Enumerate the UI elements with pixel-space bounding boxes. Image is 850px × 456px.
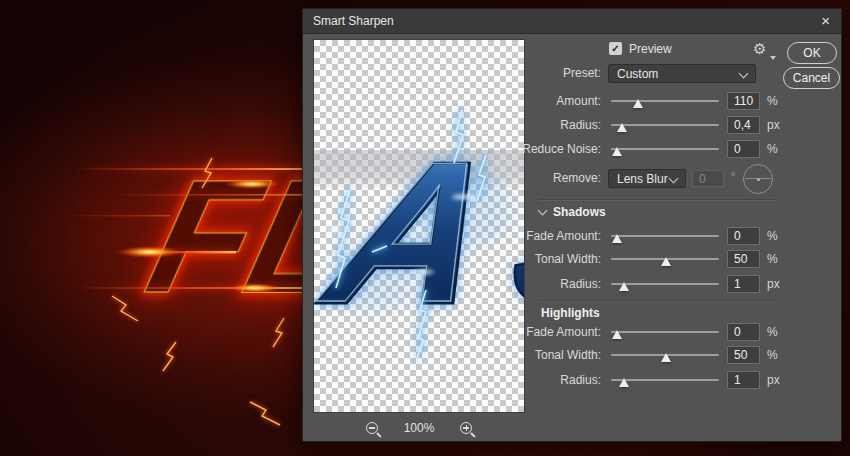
highlights-fade-amount-unit: % xyxy=(767,324,778,340)
shadows-tonal-width-value-field[interactable]: 50 xyxy=(727,250,760,268)
shadows-tonal-width-label: Tonal Width: xyxy=(303,250,601,268)
shadows-fade-amount-row: Fade Amount:0% xyxy=(303,227,841,245)
highlights-tonal-width-row: Tonal Width:50% xyxy=(303,346,841,364)
shadows-radius-unit: px xyxy=(767,276,780,292)
highlights-fade-amount-row: Fade Amount:0% xyxy=(303,323,841,341)
shadows-radius-value-field[interactable]: 1 xyxy=(727,275,760,293)
remove-value: Lens Blur xyxy=(617,172,668,186)
degree-symbol: ° xyxy=(731,170,735,182)
section-divider xyxy=(539,300,777,301)
shadows-tonal-width-row: Tonal Width:50% xyxy=(303,250,841,268)
remove-row: Remove: Lens Blur 0 ° xyxy=(303,168,841,190)
checkmark-icon: ✓ xyxy=(611,43,619,54)
highlights-tonal-width-unit: % xyxy=(767,347,778,363)
highlights-radius-label: Radius: xyxy=(303,371,601,389)
highlights-radius-slider-thumb[interactable] xyxy=(619,378,629,387)
highlights-radius-unit: px xyxy=(767,372,780,388)
reduce-noise-unit: % xyxy=(767,141,778,157)
reduce-noise-row: Reduce Noise:0% xyxy=(303,140,841,158)
radius-slider-thumb[interactable] xyxy=(617,123,627,132)
preset-row: Preset: Custom xyxy=(303,64,841,83)
angle-dial[interactable] xyxy=(743,164,773,194)
ok-button[interactable]: OK xyxy=(787,42,837,64)
reduce-noise-slider-thumb[interactable] xyxy=(612,147,622,156)
flare-hotspot xyxy=(229,283,281,293)
shadows-section-title: Shadows xyxy=(553,204,606,220)
highlights-radius-value-field[interactable]: 1 xyxy=(727,371,760,389)
highlights-section-title: Highlights xyxy=(541,305,600,321)
amount-unit: % xyxy=(767,93,778,109)
preset-dropdown[interactable]: Custom xyxy=(608,64,756,83)
shadows-fade-amount-unit: % xyxy=(767,228,778,244)
highlights-tonal-width-label: Tonal Width: xyxy=(303,346,601,364)
preset-value: Custom xyxy=(617,67,658,81)
highlights-section-header[interactable]: Highlights xyxy=(303,305,841,321)
shadows-fade-amount-slider-thumb[interactable] xyxy=(612,234,622,243)
preview-checkbox[interactable]: ✓ xyxy=(609,42,622,55)
shadows-fade-amount-value-field[interactable]: 0 xyxy=(727,227,760,245)
shadows-section-header[interactable]: Shadows xyxy=(303,204,841,220)
shadows-tonal-width-unit: % xyxy=(767,251,778,267)
highlights-fade-amount-slider-thumb[interactable] xyxy=(612,330,622,339)
radius-unit: px xyxy=(767,117,780,133)
gear-icon[interactable]: ⚙ xyxy=(753,40,766,58)
shadows-radius-slider-thumb[interactable] xyxy=(619,282,629,291)
gear-menu-caret-icon xyxy=(770,56,776,60)
highlights-tonal-width-value-field[interactable]: 50 xyxy=(727,346,760,364)
amount-slider-thumb[interactable] xyxy=(633,99,643,108)
amount-row: Amount:110% xyxy=(303,92,841,110)
flare-hotspot xyxy=(118,246,182,258)
shadows-fade-amount-label: Fade Amount: xyxy=(303,227,601,245)
dialog-controls: ✓ Preview ⚙ OK Cancel Preset: Custom Rem… xyxy=(303,9,841,441)
section-divider xyxy=(539,199,777,200)
highlights-tonal-width-slider-thumb[interactable] xyxy=(661,353,671,362)
smart-sharpen-dialog: Smart Sharpen × xyxy=(302,8,842,442)
remove-label: Remove: xyxy=(303,168,601,189)
reduce-noise-slider-track[interactable] xyxy=(611,148,719,150)
angle-field-disabled: 0 xyxy=(692,170,724,187)
photoshop-canvas: FLA FLA Smart Sharpen × xyxy=(0,0,850,456)
shadows-radius-label: Radius: xyxy=(303,275,601,293)
shadows-radius-row: Radius:1px xyxy=(303,275,841,293)
chevron-down-icon xyxy=(739,69,749,79)
shadows-tonal-width-slider-thumb[interactable] xyxy=(661,257,671,266)
amount-slider-track[interactable] xyxy=(611,100,719,102)
flare-hotspot xyxy=(224,179,280,189)
preset-label: Preset: xyxy=(303,64,601,83)
reduce-noise-value-field[interactable]: 0 xyxy=(727,140,760,158)
shadows-fade-amount-slider-track[interactable] xyxy=(611,235,719,237)
radius-label: Radius: xyxy=(303,116,601,134)
reduce-noise-label: Reduce Noise: xyxy=(303,140,601,158)
amount-label: Amount: xyxy=(303,92,601,110)
preview-checkbox-label: Preview xyxy=(629,42,672,56)
radius-value-field[interactable]: 0,4 xyxy=(727,116,760,134)
highlights-fade-amount-label: Fade Amount: xyxy=(303,323,601,341)
chevron-down-icon xyxy=(538,206,548,216)
chevron-down-icon xyxy=(669,174,679,184)
radius-row: Radius:0,4px xyxy=(303,116,841,134)
amount-value-field[interactable]: 110 xyxy=(727,92,760,110)
remove-dropdown[interactable]: Lens Blur xyxy=(608,169,686,188)
highlights-fade-amount-value-field[interactable]: 0 xyxy=(727,323,760,341)
radius-slider-track[interactable] xyxy=(611,124,719,126)
highlights-radius-row: Radius:1px xyxy=(303,371,841,389)
highlights-fade-amount-slider-track[interactable] xyxy=(611,331,719,333)
